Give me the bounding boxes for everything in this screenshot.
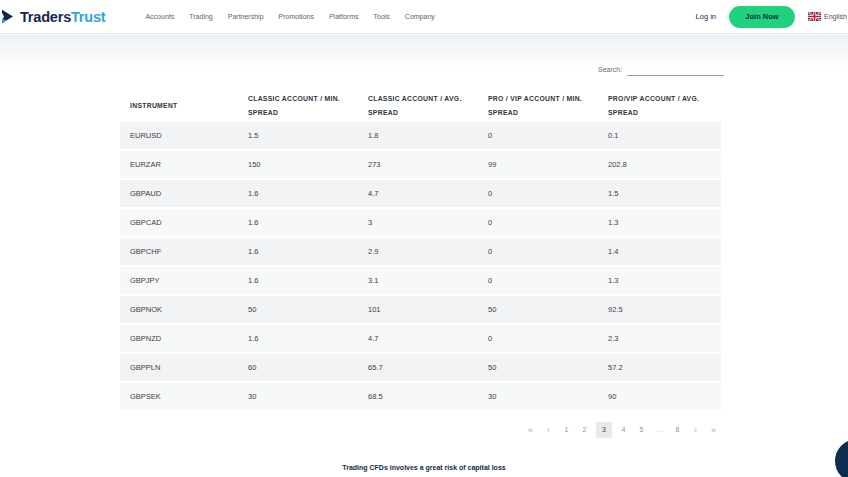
table-row: GBPNOK501015092.5	[120, 296, 721, 323]
spread-value-cell: 1.4	[598, 247, 721, 256]
spread-value-cell: 1.6	[238, 334, 358, 343]
top-navbar: TradersTrust Accounts Trading Partnershi…	[0, 0, 848, 34]
spread-value-cell: 50	[238, 305, 358, 314]
instrument-cell: GBPAUD	[120, 189, 238, 198]
instrument-cell: GBPCHF	[120, 247, 238, 256]
table-row: GBPPLN6065.75057.2	[120, 354, 721, 381]
nav-item-tools[interactable]: Tools	[374, 13, 390, 20]
uk-flag-icon	[808, 12, 821, 21]
table-row: EURUSD1.51.800.1	[120, 122, 721, 149]
pagination-page-8[interactable]: 8	[671, 422, 684, 438]
spread-value-cell: 92.5	[598, 305, 721, 314]
table-row: GBPNZD1.64.702.3	[120, 325, 721, 352]
spread-value-cell: 273	[358, 160, 478, 169]
join-now-button[interactable]: Join Now	[729, 6, 795, 28]
instrument-cell: GBPJPY	[120, 276, 238, 285]
pagination-page-4[interactable]: 4	[617, 422, 630, 438]
table-row: GBPAUD1.64.701.5	[120, 180, 721, 207]
language-label: English	[824, 13, 847, 20]
pagination-page-2[interactable]: 2	[578, 422, 591, 438]
table-row: GBPCAD1.6301.3	[120, 209, 721, 236]
pagination-prev-button[interactable]: ‹	[542, 422, 555, 438]
pagination-last-button[interactable]: »	[707, 422, 720, 438]
spread-value-cell: 68.5	[358, 392, 478, 401]
nav-item-promotions[interactable]: Promotions	[279, 13, 314, 20]
spread-value-cell: 0	[478, 131, 598, 140]
table-row: EURZAR15027399202.8	[120, 151, 721, 178]
spread-value-cell: 50	[478, 363, 598, 372]
spread-value-cell: 50	[478, 305, 598, 314]
instrument-cell: GBPCAD	[120, 218, 238, 227]
pagination-page-1[interactable]: 1	[560, 422, 573, 438]
traderstrust-logo[interactable]: TradersTrust	[2, 8, 105, 25]
spread-value-cell: 0.1	[598, 131, 721, 140]
spreads-table: Instrument Classic Account / Min. Spread…	[120, 90, 721, 412]
pagination-ellipsis: …	[653, 422, 666, 438]
table-row: GBPSEK3068.53090	[120, 383, 721, 410]
pagination-next-button[interactable]: ›	[689, 422, 702, 438]
spread-value-cell: 1.8	[358, 131, 478, 140]
spread-value-cell: 0	[478, 247, 598, 256]
spread-value-cell: 1.6	[238, 247, 358, 256]
table-search: Search:	[598, 62, 724, 76]
spread-value-cell: 30	[238, 392, 358, 401]
header-actions: Log in Join Now English	[696, 6, 848, 28]
column-header-classic-min[interactable]: Classic Account / Min. Spread	[238, 92, 358, 119]
spread-value-cell: 3	[358, 218, 478, 227]
pagination: « ‹ 1 2 3 4 5 … 8 › »	[524, 422, 720, 438]
spread-value-cell: 99	[478, 160, 598, 169]
logo-text: TradersTrust	[20, 9, 105, 25]
instrument-cell: EURUSD	[120, 131, 238, 140]
spread-value-cell: 0	[478, 189, 598, 198]
spread-value-cell: 150	[238, 160, 358, 169]
spread-value-cell: 0	[478, 218, 598, 227]
instrument-cell: GBPPLN	[120, 363, 238, 372]
pagination-first-button[interactable]: «	[524, 422, 537, 438]
spread-value-cell: 1.5	[598, 189, 721, 198]
spread-value-cell: 60	[238, 363, 358, 372]
spread-value-cell: 30	[478, 392, 598, 401]
search-label: Search:	[598, 66, 622, 76]
chat-widget-button[interactable]	[835, 439, 848, 477]
pagination-page-3-active[interactable]: 3	[596, 422, 612, 438]
spread-value-cell: 202.8	[598, 160, 721, 169]
spread-value-cell: 1.6	[238, 218, 358, 227]
spread-value-cell: 1.3	[598, 218, 721, 227]
spread-value-cell: 3.1	[358, 276, 478, 285]
nav-item-partnership[interactable]: Partnership	[228, 13, 264, 20]
spread-value-cell: 4.7	[358, 189, 478, 198]
nav-item-platforms[interactable]: Platforms	[329, 13, 359, 20]
spread-value-cell: 1.5	[238, 131, 358, 140]
table-row: GBPCHF1.62.901.4	[120, 238, 721, 265]
spread-value-cell: 90	[598, 392, 721, 401]
table-body: EURUSD1.51.800.1EURZAR15027399202.8GBPAU…	[120, 122, 721, 410]
instrument-cell: EURZAR	[120, 160, 238, 169]
instrument-cell: GBPNZD	[120, 334, 238, 343]
page: TradersTrust Accounts Trading Partnershi…	[0, 0, 848, 477]
column-header-provip-avg[interactable]: Pro/VIP Account / Avg. Spread	[598, 92, 721, 119]
instrument-cell: GBPNOK	[120, 305, 238, 314]
spread-value-cell: 1.3	[598, 276, 721, 285]
spread-value-cell: 2.9	[358, 247, 478, 256]
spread-value-cell: 101	[358, 305, 478, 314]
risk-disclaimer: Trading CFDs involves a great risk of ca…	[0, 464, 848, 471]
spread-value-cell: 65.7	[358, 363, 478, 372]
pagination-page-5[interactable]: 5	[635, 422, 648, 438]
spread-value-cell: 57.2	[598, 363, 721, 372]
login-link[interactable]: Log in	[696, 12, 716, 21]
language-selector[interactable]: English	[808, 12, 848, 21]
spread-value-cell: 0	[478, 334, 598, 343]
search-input[interactable]	[627, 62, 724, 76]
column-header-instrument[interactable]: Instrument	[120, 99, 238, 113]
spread-value-cell: 1.6	[238, 189, 358, 198]
column-header-classic-avg[interactable]: Classic Account / Avg. Spread	[358, 92, 478, 119]
spread-value-cell: 4.7	[358, 334, 478, 343]
column-header-provip-min[interactable]: Pro / VIP Account / Min. Spread	[478, 92, 598, 119]
main-nav: Accounts Trading Partnership Promotions …	[145, 13, 434, 20]
table-header-row: Instrument Classic Account / Min. Spread…	[120, 90, 721, 122]
instrument-cell: GBPSEK	[120, 392, 238, 401]
nav-item-accounts[interactable]: Accounts	[145, 13, 174, 20]
spread-value-cell: 0	[478, 276, 598, 285]
nav-item-company[interactable]: Company	[405, 13, 435, 20]
nav-item-trading[interactable]: Trading	[189, 13, 212, 20]
